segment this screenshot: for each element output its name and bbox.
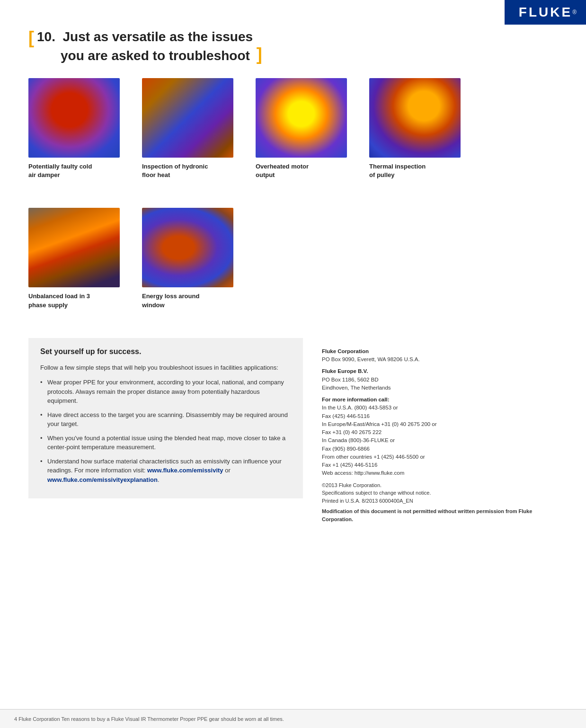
success-title: Set yourself up for success. <box>40 347 291 356</box>
footer-text: 4 Fluke Corporation Ten reasons to buy a… <box>14 716 284 722</box>
contact-company2: Fluke Europe B.V. PO Box 1186, 5602 BD E… <box>322 367 558 392</box>
bracket-left-icon: [ <box>28 28 34 47</box>
link-emissivityexplanation[interactable]: www.fluke.com/emissivityexplanation <box>47 476 158 483</box>
image-grid: Potentially faulty cold air damper Inspe… <box>28 78 558 194</box>
section-heading: [ 10. Just as versatile as the issues yo… <box>28 28 558 64</box>
image-item-hydronic: Inspection of hydronic floor heat <box>142 78 241 179</box>
logo-area: FLUKE® <box>505 0 586 25</box>
success-intro: Follow a few simple steps that will help… <box>40 363 291 373</box>
section-title: 10. Just as versatile as the issues you … <box>37 28 262 64</box>
image-item-pulley: Thermal inspection of pulley <box>369 78 469 179</box>
bullet-3: When you've found a potential issue usin… <box>40 434 291 452</box>
bullet-4: Understand how surface material characte… <box>40 457 291 485</box>
image-item-unbalanced: Unbalanced load in 3 phase supply <box>28 208 128 309</box>
fluke-logo: FLUKE <box>519 5 572 20</box>
thermal-image-cold-damper <box>28 78 120 158</box>
caption-energy-loss: Energy loss around window <box>142 292 241 309</box>
contact-info: For more information call: In the U.S.A.… <box>322 396 558 478</box>
contact-section: Fluke Corporation PO Box 9090, Everett, … <box>322 338 558 526</box>
thermal-image-energy-loss <box>142 208 233 287</box>
contact-legal: ©2013 Fluke Corporation. Specifications … <box>322 481 558 505</box>
success-box: Set yourself up for success. Follow a fe… <box>28 338 303 499</box>
main-content: [ 10. Just as versatile as the issues yo… <box>0 0 586 324</box>
lower-section: Set yourself up for success. Follow a fe… <box>0 338 586 526</box>
thermal-image-pulley <box>369 78 461 158</box>
success-section: Set yourself up for success. Follow a fe… <box>28 338 303 526</box>
image-item-motor: Overheated motor output <box>256 78 355 179</box>
image-grid-row2: Unbalanced load in 3 phase supply Energy… <box>28 208 558 323</box>
caption-unbalanced: Unbalanced load in 3 phase supply <box>28 292 128 309</box>
bracket-right-icon: ] <box>257 44 262 64</box>
success-bullets: Wear proper PPE for your environment, ac… <box>40 378 291 484</box>
thermal-image-motor <box>256 78 347 158</box>
contact-company1: Fluke Corporation PO Box 9090, Everett, … <box>322 347 558 364</box>
caption-hydronic: Inspection of hydronic floor heat <box>142 162 241 179</box>
caption-cold-damper: Potentially faulty cold air damper <box>28 162 128 179</box>
image-item-cold-damper: Potentially faulty cold air damper <box>28 78 128 179</box>
bottom-bar: 4 Fluke Corporation Ten reasons to buy a… <box>0 709 586 728</box>
bullet-2: Have direct access to the target you are… <box>40 410 291 429</box>
caption-motor: Overheated motor output <box>256 162 355 179</box>
bullet-1: Wear proper PPE for your environment, ac… <box>40 378 291 406</box>
image-item-energy-loss: Energy loss around window <box>142 208 241 309</box>
logo-registered: ® <box>572 9 577 16</box>
thermal-image-unbalanced <box>28 208 120 287</box>
thermal-image-hydronic <box>142 78 233 158</box>
contact-modification: Modification of this document is not per… <box>322 507 558 523</box>
caption-pulley: Thermal inspection of pulley <box>369 162 469 179</box>
link-emissivity[interactable]: www.fluke.com/emissivity <box>147 467 223 474</box>
